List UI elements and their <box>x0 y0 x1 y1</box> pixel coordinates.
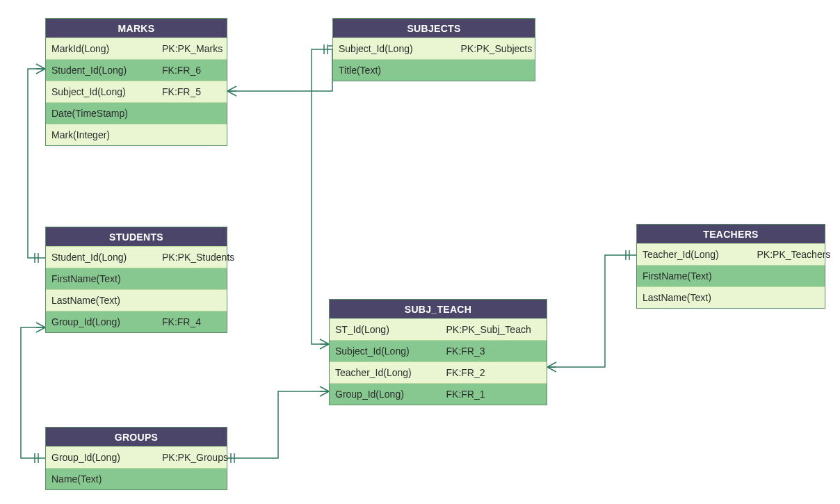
col-key <box>156 103 249 124</box>
table-row: LastName(Text) <box>637 286 825 308</box>
entity-subj-teach: SUBJ_TEACH ST_Id(Long) PK:PK_Subj_Teach … <box>329 299 547 405</box>
col-key: FK:FR_2 <box>441 362 569 383</box>
table-row: Title(Text) <box>333 59 535 81</box>
col-key <box>156 290 249 311</box>
col-name: Name(Text) <box>46 469 156 489</box>
col-name: Title(Text) <box>333 60 455 81</box>
col-name: Student_Id(Long) <box>46 247 156 268</box>
table-row: Teacher_Id(Long) PK:PK_Teachers <box>637 243 825 265</box>
col-key: FK:FR_6 <box>156 60 249 81</box>
col-name: ST_Id(Long) <box>330 319 441 340</box>
col-key: PK:PK_Teachers <box>752 244 841 265</box>
col-key: PK:PK_Groups <box>156 447 249 468</box>
table-row: LastName(Text) <box>46 289 227 311</box>
col-name: Subject_Id(Long) <box>46 81 156 102</box>
entity-title: SUBJECTS <box>333 19 535 38</box>
col-key: FK:FR_3 <box>441 341 569 361</box>
entity-students: STUDENTS Student_Id(Long) PK:PK_Students… <box>45 227 227 333</box>
entity-marks: MARKS MarkId(Long) PK:PK_Marks Student_I… <box>45 18 227 146</box>
table-row: Group_Id(Long) FK:FR_4 <box>46 311 227 332</box>
table-row: Subject_Id(Long) FK:FR_5 <box>46 81 227 102</box>
col-name: LastName(Text) <box>46 290 156 311</box>
col-name: Teacher_Id(Long) <box>637 244 752 265</box>
entity-subjects: SUBJECTS Subject_Id(Long) PK:PK_Subjects… <box>332 18 535 81</box>
col-name: FirstName(Text) <box>46 268 156 289</box>
table-row: Date(TimeStamp) <box>46 102 227 124</box>
table-row: Student_Id(Long) PK:PK_Students <box>46 246 227 268</box>
col-key: PK:PK_Subjects <box>455 38 558 59</box>
entity-title: GROUPS <box>46 428 227 446</box>
entity-title: MARKS <box>46 19 227 38</box>
col-name: MarkId(Long) <box>46 38 156 59</box>
col-name: Group_Id(Long) <box>330 384 441 405</box>
entity-title: TEACHERS <box>637 225 825 243</box>
col-name: Mark(Integer) <box>46 124 156 145</box>
col-key: PK:PK_Students <box>156 247 249 268</box>
col-key <box>752 266 841 286</box>
table-row: Name(Text) <box>46 468 227 489</box>
rel-marks-students <box>28 64 45 263</box>
col-name: FirstName(Text) <box>637 266 752 286</box>
table-row: Group_Id(Long) PK:PK_Groups <box>46 446 227 468</box>
col-name: Teacher_Id(Long) <box>330 362 441 383</box>
col-name: Student_Id(Long) <box>46 60 156 81</box>
table-row: Subject_Id(Long) FK:FR_3 <box>330 340 547 361</box>
col-key: FK:FR_4 <box>156 311 249 332</box>
col-name: LastName(Text) <box>637 287 752 308</box>
col-key <box>752 287 841 308</box>
table-row: Subject_Id(Long) PK:PK_Subjects <box>333 38 535 59</box>
entity-groups: GROUPS Group_Id(Long) PK:PK_Groups Name(… <box>45 427 227 490</box>
rel-students-groups <box>21 323 45 463</box>
table-row: Teacher_Id(Long) FK:FR_2 <box>330 361 547 383</box>
col-key: FK:FR_1 <box>441 384 569 405</box>
entity-teachers: TEACHERS Teacher_Id(Long) PK:PK_Teachers… <box>636 224 825 309</box>
col-name: Subject_Id(Long) <box>330 341 441 361</box>
col-key <box>156 268 249 289</box>
col-name: Group_Id(Long) <box>46 311 156 332</box>
col-name: Group_Id(Long) <box>46 447 156 468</box>
table-row: MarkId(Long) PK:PK_Marks <box>46 38 227 59</box>
col-name: Date(TimeStamp) <box>46 103 156 124</box>
col-key: PK:PK_Marks <box>156 38 249 59</box>
entity-title: STUDENTS <box>46 227 227 246</box>
col-key <box>156 469 249 489</box>
col-key <box>455 60 558 81</box>
col-key: PK:PK_Subj_Teach <box>441 319 569 340</box>
col-name: Subject_Id(Long) <box>333 38 455 59</box>
table-row: FirstName(Text) <box>637 265 825 286</box>
table-row: Mark(Integer) <box>46 124 227 145</box>
table-row: Group_Id(Long) FK:FR_1 <box>330 383 547 405</box>
col-key <box>156 124 249 145</box>
table-row: ST_Id(Long) PK:PK_Subj_Teach <box>330 318 547 340</box>
table-row: FirstName(Text) <box>46 268 227 289</box>
entity-title: SUBJ_TEACH <box>330 300 547 318</box>
col-key: FK:FR_5 <box>156 81 249 102</box>
table-row: Student_Id(Long) FK:FR_6 <box>46 59 227 81</box>
